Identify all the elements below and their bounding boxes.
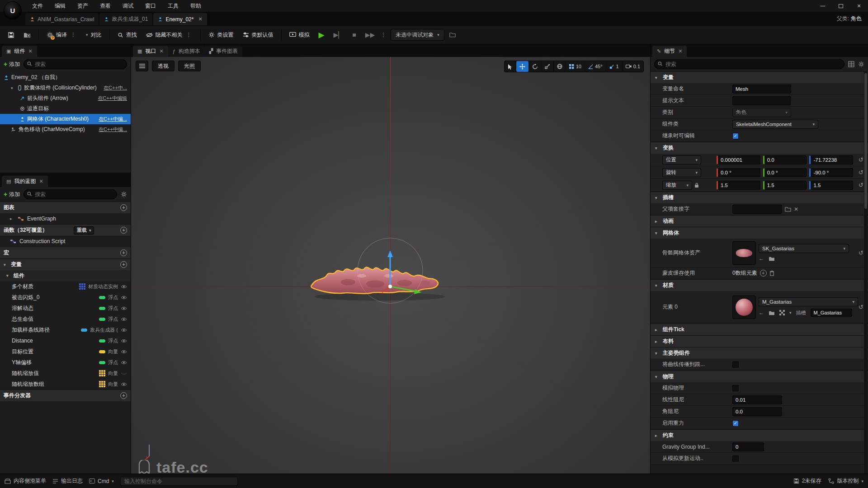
close-icon[interactable]: ✕ — [850, 0, 868, 12]
section-constraints[interactable]: ▸约束 — [651, 429, 868, 441]
location-y-field[interactable]: 0.0 — [763, 155, 807, 164]
section-animation[interactable]: ▸动画 — [651, 215, 868, 227]
tab-components[interactable]: ▣ 组件 ✕ — [2, 46, 37, 57]
clear-socket-icon[interactable]: ✕ — [794, 206, 798, 212]
lit-mode-button[interactable]: 光照 — [178, 61, 201, 71]
variable-row[interactable]: 目标位置 向量 — [0, 346, 131, 357]
hide-unrelated-button[interactable]: 隐藏不相关 ⋮ — [142, 28, 197, 42]
camera-speed-value[interactable]: 0.1 — [633, 64, 640, 69]
eye-icon[interactable] — [121, 317, 127, 321]
viewport-menu-button[interactable] — [136, 61, 148, 71]
eye-icon[interactable] — [121, 306, 127, 310]
variable-row[interactable]: Y轴偏移 浮点 — [0, 357, 131, 368]
reset-scale-icon[interactable]: ↺ — [856, 182, 863, 188]
scale-lock-icon[interactable] — [694, 183, 699, 188]
graphs-section-header[interactable]: 图表 + — [0, 202, 131, 213]
hide-unrelated-options-icon[interactable]: ⋮ — [185, 32, 193, 38]
find-button[interactable]: 查找 — [113, 28, 141, 42]
scrollbar-thumb[interactable] — [864, 73, 867, 209]
section-component-tick[interactable]: ▸组件Tick — [651, 324, 868, 335]
transform-gizmo[interactable] — [331, 228, 449, 345]
add-blueprint-item-button[interactable]: + 添加 — [4, 191, 20, 198]
simulate-button[interactable]: 模拟 — [285, 28, 314, 42]
browse-to-asset-icon[interactable] — [769, 310, 775, 315]
material-thumbnail[interactable] — [732, 296, 756, 319]
move-tool-button[interactable] — [516, 61, 529, 72]
scale-y-field[interactable]: 1.5 — [763, 181, 807, 190]
viewport-3d[interactable]: 透视 光照 10 45° 1 0.1 — [131, 57, 650, 474]
menu-tools[interactable]: 工具 — [162, 0, 184, 12]
eye-icon[interactable] — [121, 296, 127, 300]
browse-to-asset-icon[interactable] — [769, 256, 775, 261]
world-space-toggle[interactable] — [554, 61, 566, 72]
menu-view[interactable]: 查看 — [94, 0, 117, 12]
stop-button[interactable]: ■ — [348, 28, 360, 42]
variable-row[interactable]: 多个材质 材质动态实例 — [0, 281, 131, 292]
class-settings-button[interactable]: 类设置 — [204, 28, 238, 42]
grid-snap-value[interactable]: 10 — [576, 64, 581, 69]
enable-gravity-checkbox[interactable]: ✓ — [732, 420, 739, 427]
functions-section-header[interactable]: 函数（32可覆盖） 重载 ▾ + — [0, 224, 131, 236]
category-dropdown[interactable]: 角色▾ — [732, 108, 791, 117]
scale-tool-button[interactable] — [542, 61, 554, 72]
reset-location-icon[interactable]: ↺ — [856, 156, 863, 163]
display-filter-icon[interactable] — [848, 61, 854, 67]
eye-icon[interactable] — [121, 339, 127, 343]
variables-section-header[interactable]: ▾ 变量 + — [0, 258, 131, 270]
variable-name-field[interactable]: Mesh — [732, 84, 791, 94]
details-scrollbar[interactable] — [864, 71, 868, 474]
update-kinematic-checkbox[interactable] — [732, 455, 739, 462]
rotation-y-field[interactable]: 0.0 ° — [763, 168, 807, 177]
components-search-input[interactable] — [24, 59, 127, 69]
variable-row[interactable]: 被击闪烁_0 浮点 — [0, 292, 131, 303]
menu-edit[interactable]: 编辑 — [49, 0, 71, 12]
play-options-icon[interactable]: ⋮ — [380, 32, 387, 38]
section-sockets[interactable]: ▾插槽 — [651, 192, 868, 203]
reset-material-icon[interactable]: ↺ — [856, 304, 863, 310]
perspective-button[interactable]: 透视 — [152, 61, 175, 71]
tree-row-chase-target[interactable]: 追逐目标 — [0, 103, 131, 114]
edit-in-cpp-link[interactable]: 在C++中编... — [99, 116, 127, 122]
tab-my-blueprint[interactable]: ▤ 我的蓝图 ✕ — [2, 176, 48, 187]
socket-picker-icon[interactable] — [785, 206, 791, 212]
eye-icon[interactable] — [121, 382, 127, 386]
tab-details[interactable]: ✎ 细节 ✕ — [652, 46, 687, 57]
variable-row[interactable]: 加载样条线路径 敌兵生成器 ( — [0, 324, 131, 335]
scale-x-field[interactable]: 1.5 — [717, 181, 760, 190]
add-macro-icon[interactable]: + — [120, 249, 127, 256]
add-array-element-icon[interactable]: + — [760, 270, 767, 277]
section-variable[interactable]: ▾变量 — [651, 71, 868, 83]
tab-close-icon[interactable]: ✕ — [198, 16, 202, 22]
skeletal-mesh-dropdown[interactable]: SK_Gastarias▾ — [759, 244, 849, 253]
location-dropdown[interactable]: 位置▾ — [662, 155, 701, 164]
add-graph-icon[interactable]: + — [120, 204, 127, 211]
gravity-group-field[interactable]: 0 — [732, 442, 764, 451]
tree-row-enemy02[interactable]: Enemy_02 （自我） — [0, 72, 131, 83]
scale-snap-toggle[interactable]: 1 — [606, 61, 623, 72]
menu-asset[interactable]: 资产 — [71, 0, 94, 12]
reset-rotation-icon[interactable]: ↺ — [856, 169, 863, 176]
expander-icon[interactable]: ▾ — [11, 86, 15, 90]
editable-when-inherited-checkbox[interactable]: ✓ — [732, 133, 739, 139]
tree-row-capsule[interactable]: ▾ 胶囊体组件 (CollisionCylinder) 在C++中... — [0, 83, 131, 93]
scale-dropdown[interactable]: 缩放▾ — [662, 181, 692, 190]
variable-row[interactable]: 随机缩放数组 向量 — [0, 379, 131, 389]
section-clothing[interactable]: ▸布料 — [651, 335, 868, 347]
add-variable-icon[interactable]: + — [120, 261, 127, 268]
edit-in-cpp-link[interactable]: 在C++中... — [104, 84, 127, 91]
play-button[interactable]: ▶ — [315, 28, 329, 42]
advance-button[interactable]: ▶▶ — [361, 28, 379, 42]
close-icon[interactable]: ✕ — [28, 48, 32, 54]
unreal-logo[interactable]: U — [4, 1, 22, 19]
unsaved-button[interactable]: 2未保存 — [793, 477, 821, 485]
select-tool-button[interactable] — [505, 61, 516, 72]
tab-enemy-spawner[interactable]: 敌兵生成器_01 — [99, 13, 152, 25]
overload-dropdown[interactable]: 重载 ▾ — [74, 226, 94, 235]
eye-closed-icon[interactable] — [121, 371, 127, 375]
section-materials[interactable]: ▾材质 — [651, 279, 868, 291]
menu-file[interactable]: 文件 — [26, 0, 49, 12]
tab-viewport[interactable]: ▦ 视口 ✕ — [133, 46, 168, 57]
add-function-icon[interactable]: + — [120, 227, 127, 234]
trash-icon[interactable] — [769, 270, 774, 276]
scale-snap-value[interactable]: 1 — [616, 64, 619, 69]
